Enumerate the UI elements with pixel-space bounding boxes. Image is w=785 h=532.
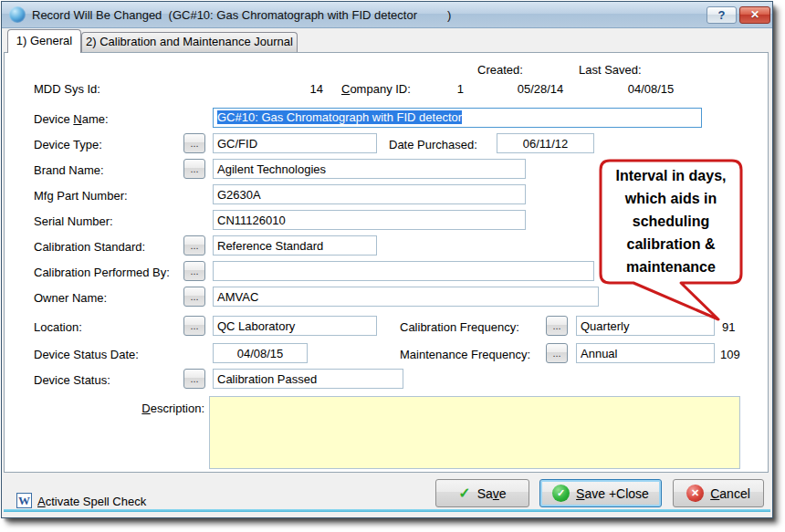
calibration-frequency-label: Calibration Frequency: (400, 320, 519, 334)
calibration-standard-label: Calibration Standard: (34, 240, 145, 254)
mfg-part-number-field[interactable] (213, 184, 526, 204)
mdd-sys-id-label: MDD Sys Id: (34, 82, 100, 96)
window-bottom-frame-glow (4, 509, 770, 512)
maintenance-frequency-label: Maintenance Frequency: (400, 348, 530, 361)
company-id-value: 1 (424, 82, 464, 96)
tab-calibration-journal-label: 2) Calibration and Maintenance Journal (86, 35, 293, 48)
cancel-button-label: Cancel (710, 486, 750, 501)
company-id-label: Company ID: (341, 82, 411, 96)
device-type-label: Device Type: (34, 138, 102, 151)
title-bar[interactable]: Record Will Be Changed (GC#10: Gas Chrom… (2, 2, 772, 28)
close-icon: ✕ (750, 8, 759, 21)
device-status-field[interactable] (213, 369, 403, 389)
calibration-performed-by-browse-button[interactable]: ... (183, 261, 205, 281)
device-status-browse-button[interactable]: ... (183, 369, 205, 389)
owner-name-label: Owner Name: (34, 291, 107, 305)
maintenance-frequency-browse-button[interactable]: ... (546, 343, 568, 363)
dialog-window: Record Will Be Changed (GC#10: Gas Chrom… (2, 2, 772, 517)
close-button[interactable]: ✕ (739, 6, 770, 24)
date-purchased-field[interactable] (497, 133, 594, 153)
save-close-button[interactable]: ✓ Save +Close (539, 479, 662, 507)
device-status-date-field[interactable] (213, 343, 308, 363)
save-close-check-icon: ✓ (552, 485, 570, 502)
save-close-button-label: Save +Close (576, 486, 649, 501)
device-name-label: Device Name: (34, 112, 109, 126)
callout-line: Interval in days, (599, 164, 743, 187)
serial-number-field[interactable] (213, 210, 526, 230)
last-saved-value: 04/08/15 (618, 82, 684, 96)
owner-name-browse-button[interactable]: ... (183, 287, 205, 307)
device-name-selected-text: GC#10: Gas Chromatograph with FID detect… (217, 110, 462, 124)
tab-general-label: 1) General (16, 34, 72, 47)
activate-spell-check-link[interactable]: Activate Spell Check (37, 495, 146, 508)
brand-name-label: Brand Name: (34, 163, 104, 177)
window-title: Record Will Be Changed (GC#10: Gas Chrom… (32, 8, 417, 22)
last-saved-label: Last Saved: (579, 63, 642, 77)
screenshot-stage: Record Will Be Changed (GC#10: Gas Chrom… (0, 0, 785, 532)
location-label: Location: (34, 320, 82, 334)
save-check-icon: ✓ (458, 485, 470, 502)
callout-line: which aids in (599, 187, 743, 210)
location-field[interactable] (213, 316, 377, 336)
date-purchased-label: Date Purchased: (389, 138, 477, 151)
calibration-frequency-browse-button[interactable]: ... (546, 316, 568, 336)
device-type-browse-button[interactable]: ... (183, 133, 205, 153)
calibration-performed-by-label: Calibration Performed By: (34, 266, 170, 279)
callout-line: maintenance (599, 256, 743, 278)
tab-general[interactable]: 1) General (7, 29, 81, 53)
calibration-standard-field[interactable] (213, 235, 377, 256)
callout-line: calibration & (599, 233, 743, 256)
mdd-sys-id-value: 14 (260, 82, 323, 96)
help-button[interactable]: ? (706, 6, 737, 24)
description-label: Description: (59, 402, 204, 415)
cancel-button[interactable]: ✕ Cancel (673, 479, 764, 507)
mfg-part-number-label: Mfg Part Number: (34, 189, 128, 203)
created-label: Created: (477, 63, 523, 77)
device-status-date-label: Device Status Date: (34, 348, 139, 361)
help-icon: ? (718, 8, 726, 22)
calibration-standard-browse-button[interactable]: ... (183, 235, 205, 256)
owner-name-field[interactable] (213, 287, 599, 307)
save-button[interactable]: ✓ Save (435, 479, 529, 507)
device-name-field[interactable]: GC#10: Gas Chromatograph with FID detect… (213, 108, 702, 128)
tab-calibration-journal[interactable]: 2) Calibration and Maintenance Journal (81, 32, 298, 53)
calibration-performed-by-field[interactable] (213, 261, 594, 281)
serial-number-label: Serial Number: (34, 214, 113, 228)
callout-line: scheduling (599, 210, 743, 233)
app-globe-icon (9, 6, 26, 23)
window-title-paren: ) (447, 8, 451, 22)
word-spellcheck-icon: W (16, 493, 32, 508)
brand-name-browse-button[interactable]: ... (183, 159, 205, 179)
device-type-field[interactable] (213, 133, 377, 153)
save-button-label: Save (477, 486, 507, 501)
general-tab-panel: Created: Last Saved: MDD Sys Id: 14 Comp… (4, 52, 769, 473)
device-status-label: Device Status: (34, 373, 110, 387)
location-browse-button[interactable]: ... (183, 316, 205, 336)
created-value: 05/28/14 (508, 82, 573, 96)
callout-annotation: Interval in days, which aids in scheduli… (599, 164, 743, 278)
maintenance-frequency-field[interactable] (576, 343, 715, 363)
description-textarea[interactable] (209, 396, 740, 469)
brand-name-field[interactable] (213, 159, 526, 179)
cancel-x-icon: ✕ (686, 485, 704, 502)
maintenance-frequency-days: 109 (720, 348, 740, 361)
